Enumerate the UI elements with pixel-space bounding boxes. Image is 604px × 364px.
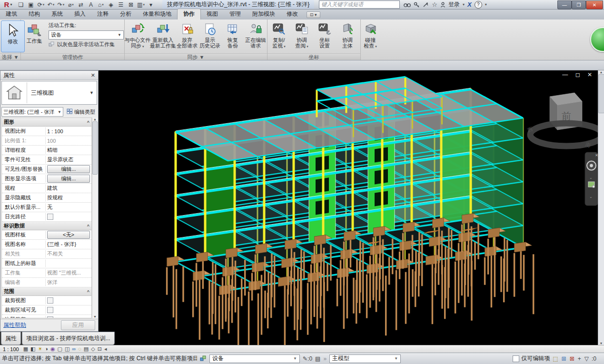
switch-windows-icon[interactable]: ▥▾ (136, 1, 146, 9)
displace-elements-icon[interactable]: ⊡ (98, 346, 102, 352)
ribbon-tab-系统[interactable]: 系统 (46, 9, 69, 20)
reveal-hidden-icon[interactable]: ◌ (78, 346, 81, 352)
property-value[interactable]: 按规程 (46, 194, 91, 201)
instance-selector-dropdown[interactable]: 三维视图: (三维 - 张洋▼ (1, 107, 63, 117)
properties-scrollbar[interactable]: ▲▼ (92, 118, 98, 318)
active-workset-select[interactable]: 设备▼ (49, 30, 124, 39)
worksharing-display-icon[interactable]: ▤ (315, 355, 320, 362)
ribbon-tab-附加模块[interactable]: 附加模块 (247, 9, 281, 20)
redo-icon[interactable]: ↷▾ (56, 1, 66, 9)
show-history-button[interactable]: 显示历史记录 (198, 20, 221, 53)
design-option-select[interactable]: 主模型▼ (329, 354, 401, 363)
ribbon-tab-修改[interactable]: 修改 (281, 9, 304, 20)
chevron-down-icon[interactable]: ▾ (463, 2, 465, 7)
property-value[interactable]: 张洋 (46, 279, 91, 286)
property-edit-button[interactable]: 编辑... (47, 165, 90, 173)
temporary-view-properties-icon[interactable]: ◇ (91, 346, 95, 352)
property-value[interactable]: 100 (46, 138, 91, 144)
property-value[interactable]: 视图 "三维视... (46, 269, 91, 276)
property-group-范围[interactable]: 范围^ (2, 287, 91, 296)
text-icon[interactable]: A (86, 1, 96, 9)
property-value[interactable]: 无 (46, 204, 91, 211)
design-options-icon[interactable]: » (323, 355, 327, 362)
synchronize-panel-label[interactable]: 同步 ▼ (125, 53, 267, 60)
ribbon-tab-插入[interactable]: 插入 (69, 9, 91, 20)
exchange-apps-icon[interactable]: X (467, 1, 472, 8)
application-menu-button[interactable]: R▾ (0, 0, 16, 9)
property-value[interactable]: 显示原状态 (46, 156, 91, 163)
editable-only-checkbox[interactable]: 仅可编辑项 (513, 354, 550, 363)
close-hidden-windows-icon[interactable]: ⊠ (126, 1, 136, 9)
property-checkbox[interactable] (47, 307, 53, 313)
properties-help-link[interactable]: 属性帮助 (3, 321, 26, 329)
property-group-图形[interactable]: 图形^ (2, 118, 91, 127)
aligned-dimension-icon[interactable]: ⇄ (76, 1, 86, 9)
measure-icon[interactable]: ⌀▾ (66, 1, 76, 9)
reload-latest-button[interactable]: 重新载入最新工作集 (150, 20, 176, 53)
section-icon[interactable]: ◈ (106, 1, 116, 9)
close-icon[interactable]: ✕ (91, 72, 95, 79)
coordination-settings-button[interactable]: 坐标设置 (313, 20, 336, 53)
visual-style-icon[interactable]: ◧ (30, 346, 35, 352)
gray-inactive-worksets[interactable]: 以灰色显示非活动工作集 (49, 41, 124, 48)
3d-structural-model[interactable]: 前西南✕⌄⌄ (99, 70, 598, 345)
property-checkbox[interactable] (47, 316, 53, 318)
shadows-icon[interactable]: ◑ (45, 346, 48, 352)
close-button[interactable]: ✕ (586, 0, 603, 10)
infocenter-search-input[interactable]: 键入关键字或短语 (319, 0, 400, 9)
sync-settings-icon[interactable]: ⟳▾ (36, 1, 46, 9)
search-binoculars-icon[interactable] (404, 2, 411, 8)
ribbon-tab-建筑[interactable]: 建筑 (0, 9, 23, 20)
view-scale-button[interactable]: 1 : 100 (3, 346, 19, 352)
communication-satellite-icon[interactable] (423, 2, 429, 8)
ribbon-tab-体量和场地[interactable]: 体量和场地 (137, 9, 177, 20)
detail-level-icon[interactable]: ▦ (23, 346, 28, 352)
ribbon-tab-管理[interactable]: 管理 (224, 9, 247, 20)
worksets-button[interactable]: 工作集 (23, 20, 46, 54)
sync-with-central-button[interactable]: 与中心文件同步 ▾ (125, 20, 150, 53)
type-selector[interactable]: 三维视图 ▼ (1, 81, 97, 105)
open-icon[interactable]: ❏ (16, 1, 26, 9)
property-value[interactable]: 1 : 100 (46, 128, 91, 134)
status-workset-select[interactable]: 设备▼ (209, 354, 300, 363)
ribbon-tab-结构[interactable]: 结构 (23, 9, 46, 20)
ribbon-display-toggle[interactable]: ⊡ ▾ (307, 11, 320, 18)
restore-button[interactable]: ❐ (572, 0, 586, 10)
select-pinned-icon[interactable]: ⊠ (570, 355, 574, 362)
select-panel-label[interactable]: 选择 ▼ (0, 53, 20, 60)
favorites-star-icon[interactable]: ☆ (432, 1, 437, 8)
interference-check-button[interactable]: 碰撞检查 ▾ (359, 20, 382, 53)
property-edit-button[interactable]: 编辑... (47, 175, 90, 183)
view-window-controls[interactable]: — ◻ ✕ (562, 71, 595, 78)
edit-type-button[interactable]: 编辑类型 (65, 107, 97, 117)
coordination-host-button[interactable]: 协调主体 (336, 20, 359, 53)
property-group-标识数据[interactable]: 标识数据^ (2, 222, 91, 230)
tab-project-browser[interactable]: 项目浏览器 - 技师学院机电培训... (22, 332, 115, 345)
editing-requests-button[interactable]: 正在编辑请求 (244, 20, 267, 53)
collapse-icon[interactable]: ◂ (104, 346, 107, 352)
ribbon-tab-视图[interactable]: 视图 (201, 9, 224, 20)
undo-icon[interactable]: ↶▾ (46, 1, 56, 9)
property-checkbox[interactable] (47, 214, 53, 220)
subscription-key-icon[interactable] (414, 2, 420, 8)
property-value[interactable]: 建筑 (46, 185, 91, 192)
coordination-review-button[interactable]: 协调查阅 ▾ (290, 20, 313, 53)
default-3d-view-icon[interactable]: ⌂▾ (96, 1, 106, 9)
selection-filter-icon[interactable]: ▽ (584, 355, 589, 362)
property-checkbox[interactable] (47, 297, 53, 304)
photo-render-icon[interactable]: ◉ (50, 346, 55, 352)
ribbon-tab-协作[interactable]: 协作 (177, 9, 201, 20)
thin-lines-icon[interactable]: ☰ (116, 1, 126, 9)
checkbox-icon[interactable] (513, 355, 519, 362)
relinquish-all-button[interactable]: 放弃全部请求 (176, 20, 198, 53)
drawing-area[interactable]: — ◻ ✕ 前西南✕⌄⌄ (99, 70, 598, 345)
crop-region-icon[interactable]: ◫ (65, 346, 69, 352)
property-value[interactable]: 不相关 (46, 250, 91, 257)
copy-monitor-button[interactable]: 复制/监视 ▾ (267, 20, 290, 53)
crop-view-icon[interactable]: ▢ (58, 346, 62, 352)
ribbon-tab-分析[interactable]: 分析 (114, 9, 137, 20)
help-icon[interactable]: ? (475, 1, 482, 9)
tab-properties[interactable]: 属性 (1, 332, 21, 345)
ribbon-tab-注释[interactable]: 注释 (91, 9, 114, 20)
drag-on-selection-icon[interactable]: + (578, 355, 581, 362)
